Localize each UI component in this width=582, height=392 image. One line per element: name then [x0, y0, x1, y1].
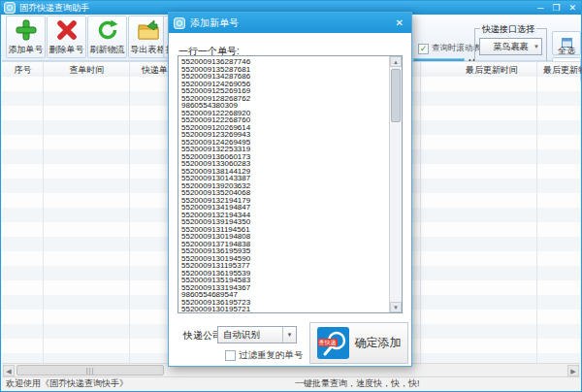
app-logo-icon: [4, 2, 16, 14]
status-welcome-text: 欢迎使用《固乔快递查询快手》: [6, 377, 128, 390]
textarea-scrollbar-thumb[interactable]: [391, 69, 401, 122]
maximize-button[interactable]: ❐: [552, 1, 560, 15]
refresh-logistics-label: 刷新物流: [88, 44, 126, 55]
column-divider: [536, 61, 537, 364]
status-slogan-text: 一键批量查询，速度快，快，快!: [295, 377, 420, 390]
logo-tag-text: 查快递: [318, 339, 338, 346]
column-header-query-time[interactable]: 查单时间: [44, 62, 130, 78]
close-button[interactable]: ✕: [568, 1, 576, 15]
column-header-last-update-logistics[interactable]: 最后更新物流: [543, 62, 582, 78]
scroll-table-checkbox[interactable]: ✓: [418, 44, 429, 54]
scroll-left-arrow-icon[interactable]: ◀: [3, 365, 15, 376]
confirm-add-button[interactable]: 查快递 确定添加: [309, 322, 408, 364]
scroll-right-arrow-icon[interactable]: ▶: [567, 365, 579, 376]
window-title: 固乔快递查询助手: [19, 1, 89, 15]
refresh-logistics-button[interactable]: 刷新物流: [87, 16, 127, 58]
select-all-icon: [553, 32, 580, 46]
export-table-button[interactable]: 导出表格: [128, 16, 168, 58]
filter-duplicates-row[interactable]: 过滤重复的单号: [225, 349, 304, 362]
scroll-up-arrow-icon[interactable]: ▲: [390, 56, 402, 67]
api-dropdown-arrow-icon: ▼: [534, 39, 539, 55]
delete-numbers-button[interactable]: 删除单号: [47, 16, 86, 58]
column-header-index[interactable]: 序号: [2, 62, 44, 78]
dialog-app-icon: [174, 17, 185, 29]
scroll-down-arrow-icon[interactable]: ▼: [390, 302, 402, 312]
column-divider: [129, 61, 130, 364]
confirm-add-label: 确定添加: [355, 335, 402, 351]
minimize-button[interactable]: ─: [537, 1, 543, 15]
api-dropdown-value: 菜鸟裹裹: [494, 42, 529, 51]
dialog-title: 添加新单号: [190, 16, 239, 30]
filter-duplicates-label: 过滤重复的单号: [239, 349, 304, 362]
delete-icon: [48, 16, 85, 44]
select-all-button[interactable]: 全选: [552, 31, 581, 55]
tracking-numbers-text: 5520009136287746 5520009135287681 552000…: [178, 56, 402, 313]
tracking-numbers-textarea[interactable]: 5520009136287746 5520009135287681 552000…: [178, 55, 403, 313]
company-dropdown[interactable]: 自动识别 ▼: [217, 326, 297, 343]
add-numbers-dialog: 添加新单号 ✕ 一行一个单号: 5520009136287746 5520009…: [168, 12, 412, 367]
delete-numbers-label: 删除单号: [48, 44, 85, 55]
export-icon: [129, 16, 167, 44]
horizontal-scrollbar-thumb[interactable]: |||: [16, 365, 164, 376]
export-table-label: 导出表格: [129, 44, 167, 55]
status-bar: 欢迎使用《固乔快递查询快手》 一键批量查询，速度快，快，快!: [2, 376, 580, 390]
dialog-close-icon[interactable]: ✕: [396, 13, 404, 33]
column-header-last-update-time[interactable]: 最后更新时间: [443, 62, 540, 78]
select-all-label: 全选: [553, 46, 580, 55]
api-select-group-title: 快递接口选择: [480, 23, 536, 36]
textarea-scrollbar[interactable]: ▲ ▼: [389, 56, 402, 312]
filter-duplicates-checkbox[interactable]: [225, 350, 236, 361]
dialog-title-bar: 添加新单号 ✕: [169, 13, 411, 33]
column-divider: [43, 61, 44, 364]
company-dropdown-value: 自动识别: [223, 329, 260, 340]
query-express-logo-icon: 查快递: [317, 327, 349, 359]
add-numbers-label: 添加单号: [7, 44, 45, 55]
refresh-icon: [88, 16, 126, 44]
company-dropdown-arrow-icon: ▼: [282, 327, 296, 343]
add-numbers-button[interactable]: 添加单号: [6, 16, 46, 58]
add-icon: [7, 16, 45, 44]
api-dropdown[interactable]: 菜鸟裹裹 ▼: [479, 38, 542, 55]
column-divider: [420, 61, 421, 364]
